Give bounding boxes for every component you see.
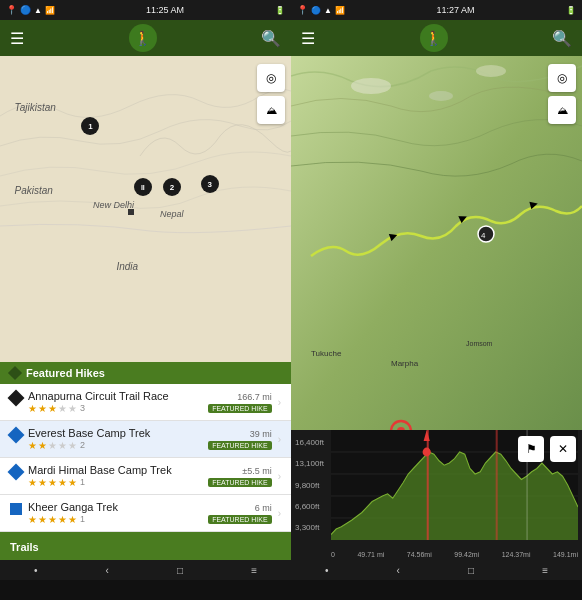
star-3: ★ <box>48 477 57 488</box>
right-compass-icon: ◎ <box>557 71 567 85</box>
hike-item-annapurna[interactable]: Annapurna Circuit Trail Race ★ ★ ★ ★ ★ 3… <box>0 384 291 421</box>
map-background: Tajikistan Pakistan New Delhi Nepal Indi… <box>0 56 291 362</box>
hike-diamond-annapurna <box>8 390 25 407</box>
featured-badge-annapurna: FEATURED HIKE <box>208 404 272 413</box>
status-left-icons: 📍 🔵 ▲ 📶 <box>6 5 55 15</box>
right-status-bar: 📍 🔵 ▲ 📶 11:27 AM 🔋 <box>291 0 582 20</box>
map-dot <box>128 209 134 215</box>
hike-info-mardi: Mardi Himal Base Camp Trek ★ ★ ★ ★ ★ 1 <box>28 464 202 488</box>
svg-rect-0 <box>291 56 582 430</box>
svg-text:Jomsom: Jomsom <box>466 340 493 347</box>
star-2: ★ <box>38 477 47 488</box>
star-count-mardi: 1 <box>80 477 85 488</box>
elev-label-3: 9,800ft <box>295 481 324 490</box>
featured-hikes-header: Featured Hikes <box>0 362 291 384</box>
header-corner <box>269 362 291 384</box>
hike-info-everest: Everest Base Camp Trek ★ ★ ★ ★ ★ 2 <box>28 427 202 451</box>
hike-square-kheer <box>10 503 22 515</box>
star-4: ★ <box>58 477 67 488</box>
star-3: ★ <box>48 440 57 451</box>
region-india: India <box>116 261 138 272</box>
battery-icon: 🔋 <box>275 6 285 15</box>
hike-name-kheer: Kheer Ganga Trek <box>28 501 202 513</box>
search-icon[interactable]: 🔍 <box>261 29 281 48</box>
compass-button[interactable]: ◎ <box>257 64 285 92</box>
hike-left-kheer: Kheer Ganga Trek ★ ★ ★ ★ ★ 1 <box>10 501 202 525</box>
svg-rect-20 <box>427 430 429 540</box>
app-logo[interactable]: 🚶 <box>129 24 157 52</box>
region-tajikistan: Tajikistan <box>15 102 56 113</box>
terrain-button[interactable]: ⛰ <box>257 96 285 124</box>
right-map-area[interactable]: ▶ ▶ ▶ 4 Google Tukuche Marpha Jomsom <box>291 56 582 430</box>
right-terrain-button[interactable]: ⛰ <box>548 96 576 124</box>
right-bottom-nav: • ‹ □ ≡ <box>291 560 582 580</box>
left-app-header: ☰ 🚶 🔍 <box>0 20 291 56</box>
region-nepal: Nepal <box>160 209 184 219</box>
left-map-controls: ◎ ⛰ <box>257 64 285 124</box>
chevron-right-icon: › <box>278 471 281 482</box>
hike-name-annapurna: Annapurna Circuit Trail Race <box>28 390 202 402</box>
right-home-button[interactable]: □ <box>468 565 474 576</box>
left-menu-button[interactable]: ≡ <box>251 565 257 576</box>
status-right-icons: 🔋 <box>275 6 285 15</box>
close-icon: ✕ <box>558 442 568 456</box>
featured-badge-mardi: FEATURED HIKE <box>208 478 272 487</box>
svg-point-24 <box>423 448 431 457</box>
star-1: ★ <box>28 403 37 414</box>
right-menu-button[interactable]: ≡ <box>542 565 548 576</box>
elev-label-2: 13,100ft <box>295 459 324 468</box>
svg-text:Marpha: Marpha <box>391 359 419 368</box>
map-pin-3[interactable]: 3 <box>201 175 219 193</box>
close-elevation-button[interactable]: ✕ <box>550 436 576 462</box>
right-hiker-icon: 🚶 <box>425 30 442 46</box>
elev-label-1: 16,400ft <box>295 438 324 447</box>
hike-left-annapurna: Annapurna Circuit Trail Race ★ ★ ★ ★ ★ 3 <box>10 390 202 414</box>
hikes-list: Featured Hikes Annapurna Circuit Trail R… <box>0 362 291 560</box>
hike-item-mardi[interactable]: Mardi Himal Base Camp Trek ★ ★ ★ ★ ★ 1 ±… <box>0 458 291 495</box>
dist-label-3: 99.42mi <box>454 551 479 558</box>
hike-right-annapurna: 166.7 mi FEATURED HIKE <box>208 392 272 413</box>
left-nav-dot: • <box>34 565 38 576</box>
svg-text:4: 4 <box>481 231 486 240</box>
right-status-right: 🔋 <box>566 6 576 15</box>
dist-label-0: 0 <box>331 551 335 558</box>
hike-name-mardi: Mardi Himal Base Camp Trek <box>28 464 202 476</box>
left-back-button[interactable]: ‹ <box>106 565 109 576</box>
dist-label-1: 49.71 mi <box>357 551 384 558</box>
chevron-right-icon: › <box>278 508 281 519</box>
trails-header: Trails <box>0 532 291 560</box>
right-time: 11:27 AM <box>436 5 474 15</box>
flag-button[interactable]: ⚑ <box>518 436 544 462</box>
right-search-icon[interactable]: 🔍 <box>552 29 572 48</box>
left-map[interactable]: Tajikistan Pakistan New Delhi Nepal Indi… <box>0 56 291 362</box>
star-5: ★ <box>68 440 77 451</box>
hike-name-everest: Everest Base Camp Trek <box>28 427 202 439</box>
terrain-icon: ⛰ <box>266 104 277 116</box>
star-4: ★ <box>58 403 67 414</box>
hike-left-mardi: Mardi Himal Base Camp Trek ★ ★ ★ ★ ★ 1 <box>10 464 202 488</box>
right-signal-icon: 📶 <box>335 6 345 15</box>
trails-label: Trails <box>10 541 39 553</box>
elev-label-5: 3,300ft <box>295 523 324 532</box>
star-count-everest: 2 <box>80 440 85 451</box>
hike-item-kheer[interactable]: Kheer Ganga Trek ★ ★ ★ ★ ★ 1 6 mi FEATUR… <box>0 495 291 532</box>
featured-badge-kheer: FEATURED HIKE <box>208 515 272 524</box>
star-count-kheer: 1 <box>80 514 85 525</box>
left-status-bar: 📍 🔵 ▲ 📶 11:25 AM 🔋 <box>0 0 291 20</box>
star-2: ★ <box>38 514 47 525</box>
header-diamond <box>8 366 22 380</box>
svg-point-1 <box>351 78 391 94</box>
hike-stars-everest: ★ ★ ★ ★ ★ 2 <box>28 440 202 451</box>
right-compass-button[interactable]: ◎ <box>548 64 576 92</box>
left-home-button[interactable]: □ <box>177 565 183 576</box>
right-app-logo[interactable]: 🚶 <box>420 24 448 52</box>
hike-item-everest[interactable]: Everest Base Camp Trek ★ ★ ★ ★ ★ 2 39 mi <box>0 421 291 458</box>
right-wifi-icon: ▲ <box>324 6 332 15</box>
right-back-button[interactable]: ‹ <box>397 565 400 576</box>
right-hamburger-icon[interactable]: ☰ <box>301 29 315 48</box>
star-1: ★ <box>28 477 37 488</box>
dist-label-2: 74.56mi <box>407 551 432 558</box>
hike-distance-everest: 39 mi <box>250 429 272 439</box>
right-status-left: 📍 🔵 ▲ 📶 <box>297 5 345 15</box>
hamburger-icon[interactable]: ☰ <box>10 29 24 48</box>
